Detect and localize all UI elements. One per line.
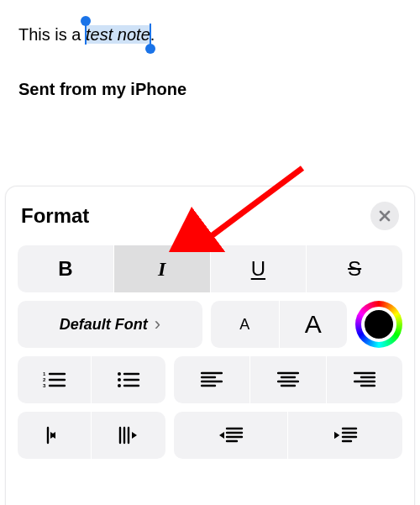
- font-size-segment: A A: [211, 301, 347, 348]
- svg-point-6: [118, 372, 121, 376]
- font-size-smaller-button[interactable]: A: [211, 301, 279, 348]
- svg-point-7: [118, 378, 121, 381]
- align-right-button[interactable]: [326, 356, 402, 403]
- align-right-icon: [354, 371, 375, 388]
- bold-button[interactable]: B: [18, 245, 113, 292]
- bullet-list-icon: [117, 371, 140, 389]
- outdent-icon: [218, 426, 244, 445]
- indent-block-segment: [174, 412, 402, 459]
- numbered-list-button[interactable]: 1 2 3: [18, 356, 91, 403]
- decrease-indent-line-icon: [44, 426, 66, 445]
- editor-area[interactable]: This is a test note . Sent from my iPhon…: [0, 0, 420, 101]
- text-selection-wrap[interactable]: test note: [86, 24, 150, 46]
- font-picker-button[interactable]: Default Font ›: [18, 301, 202, 348]
- align-segment: [174, 356, 402, 403]
- panel-title: Format: [21, 204, 89, 228]
- selection-caret-start: [85, 21, 87, 45]
- indent-icon: [333, 426, 358, 445]
- svg-text:2: 2: [43, 377, 46, 382]
- selection-handle-end[interactable]: [145, 44, 155, 54]
- increase-indent-line-icon: [116, 426, 141, 445]
- align-left-button[interactable]: [174, 356, 249, 403]
- signature-line[interactable]: Sent from my iPhone: [18, 78, 402, 101]
- color-swatch-icon: [361, 307, 396, 342]
- italic-button[interactable]: I: [113, 245, 210, 292]
- strikethrough-button[interactable]: S: [306, 245, 402, 292]
- align-center-icon: [277, 371, 299, 388]
- numbered-list-icon: 1 2 3: [43, 371, 66, 389]
- increase-indent-line-button[interactable]: [91, 412, 165, 459]
- svg-marker-37: [334, 432, 339, 439]
- svg-marker-35: [219, 432, 224, 439]
- close-button[interactable]: [370, 202, 399, 230]
- align-center-button[interactable]: [249, 356, 326, 403]
- outdent-button[interactable]: [174, 412, 288, 459]
- align-left-icon: [201, 371, 223, 388]
- indent-line-segment: [18, 412, 165, 459]
- underline-button[interactable]: U: [210, 245, 307, 292]
- chevron-right-icon: ›: [155, 313, 160, 335]
- selected-text[interactable]: test note: [86, 25, 150, 44]
- text-color-button[interactable]: [355, 301, 402, 348]
- indent-button[interactable]: [287, 412, 402, 459]
- svg-text:1: 1: [43, 371, 46, 376]
- text-plain: This is a: [18, 25, 86, 44]
- decrease-indent-line-button[interactable]: [18, 412, 91, 459]
- text-line-1[interactable]: This is a test note .: [18, 24, 402, 46]
- font-label: Default Font: [60, 316, 148, 334]
- bullet-list-button[interactable]: [91, 356, 165, 403]
- svg-point-8: [118, 384, 121, 387]
- format-panel: Format B I U S Default Font › A A: [5, 186, 415, 505]
- list-segment: 1 2 3: [18, 356, 165, 403]
- svg-text:3: 3: [43, 383, 46, 388]
- svg-marker-30: [132, 432, 137, 439]
- font-size-larger-button[interactable]: A: [279, 301, 348, 348]
- text-style-segment: B I U S: [18, 245, 402, 292]
- close-icon: [379, 210, 391, 222]
